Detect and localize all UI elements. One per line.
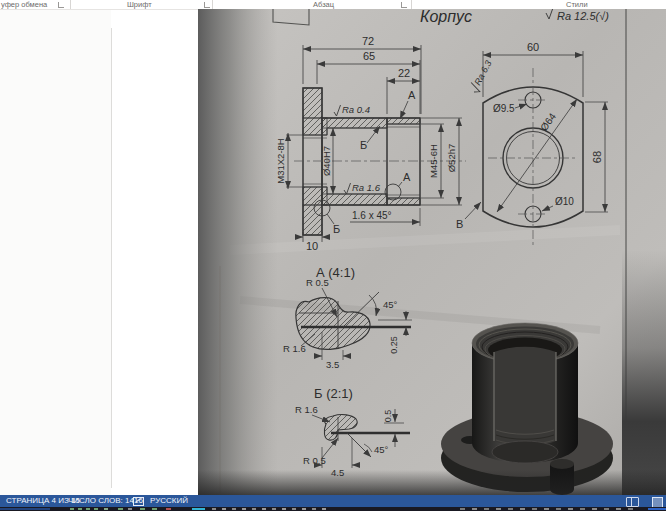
group-paragraph-label: Абзац bbox=[313, 0, 334, 9]
marker-B: Б bbox=[360, 139, 367, 151]
marker-B: Б bbox=[333, 223, 340, 235]
dim-thread-left: М31Х2-8Н bbox=[275, 138, 286, 184]
detail-b-title: Б (2:1) bbox=[314, 386, 353, 401]
group-separator bbox=[70, 0, 71, 9]
group-styles-label: Стили bbox=[566, 0, 588, 9]
bottom-cutoff-strip bbox=[0, 507, 666, 511]
dialog-launcher-icon[interactable] bbox=[58, 2, 64, 8]
dim-68: 68 bbox=[591, 151, 603, 163]
group-separator bbox=[212, 0, 213, 9]
detail-a-width: 3.5 bbox=[326, 359, 339, 370]
table-shadow-bottom bbox=[198, 470, 666, 495]
dim-65: 65 bbox=[363, 50, 375, 62]
group-font-label: Шрифт bbox=[127, 0, 152, 9]
ra-face: Ra 1.6 bbox=[352, 182, 381, 193]
dim-22: 22 bbox=[398, 67, 410, 79]
dialog-launcher-icon[interactable] bbox=[204, 2, 210, 8]
detail-b-height: 0.5 bbox=[383, 410, 393, 423]
drawing-svg: Корпус Ra 12.5(√) bbox=[198, 9, 666, 495]
document-page-margin[interactable] bbox=[112, 10, 198, 495]
general-roughness: Ra 12.5(√) bbox=[557, 10, 609, 22]
app-background bbox=[0, 10, 111, 495]
dim-chamfer: 1.6 x 45° bbox=[352, 210, 392, 221]
detail-b-angle: 45° bbox=[374, 444, 389, 455]
dim-thread-right: М45-6Н bbox=[428, 144, 439, 178]
detail-b-r-top: R 1.6 bbox=[295, 404, 318, 415]
word-count[interactable]: ЧИСЛО СЛОВ: 1416 bbox=[68, 495, 143, 507]
group-clipboard-label: уфер обмена bbox=[1, 0, 47, 9]
dialog-launcher-icon[interactable] bbox=[401, 2, 407, 8]
table-surface-right bbox=[622, 250, 666, 495]
proofing-icon[interactable] bbox=[133, 497, 144, 506]
marker-V: В bbox=[456, 218, 463, 230]
read-mode-icon[interactable] bbox=[626, 497, 639, 507]
drawing-title: Корпус bbox=[420, 9, 472, 25]
status-bar: СТРАНИЦА 4 ИЗ 15 ЧИСЛО СЛОВ: 1416 РУССКИ… bbox=[0, 495, 666, 507]
dim-hole-bottom: Ø10 bbox=[555, 196, 574, 207]
word-window: уфер обмена Шрифт Абзац Стили bbox=[0, 0, 666, 511]
group-separator bbox=[411, 0, 412, 9]
detail-a-r-top: R 0.5 bbox=[306, 277, 329, 288]
marker-A: А bbox=[403, 171, 411, 183]
dim-72: 72 bbox=[362, 35, 374, 47]
detail-a-depth: 0.25 bbox=[389, 336, 399, 354]
page-edge-line bbox=[111, 28, 112, 488]
inserted-photo-technical-drawing[interactable]: Корпус Ra 12.5(√) bbox=[198, 9, 666, 495]
ra-bore: Ra 0.4 bbox=[342, 104, 370, 115]
dim-outer: Ø52h7 bbox=[446, 144, 457, 173]
detail-a-angle: 45° bbox=[383, 299, 398, 310]
dim-hole-top: Ø9.5 bbox=[493, 103, 515, 114]
dim-bore: Ø40Н7 bbox=[321, 146, 332, 176]
photo-shadow-left bbox=[198, 9, 278, 495]
language-indicator[interactable]: РУССКИЙ bbox=[150, 495, 188, 507]
dim-10: 10 bbox=[306, 240, 318, 252]
marker-A: А bbox=[408, 89, 416, 101]
dim-60: 60 bbox=[527, 41, 539, 53]
